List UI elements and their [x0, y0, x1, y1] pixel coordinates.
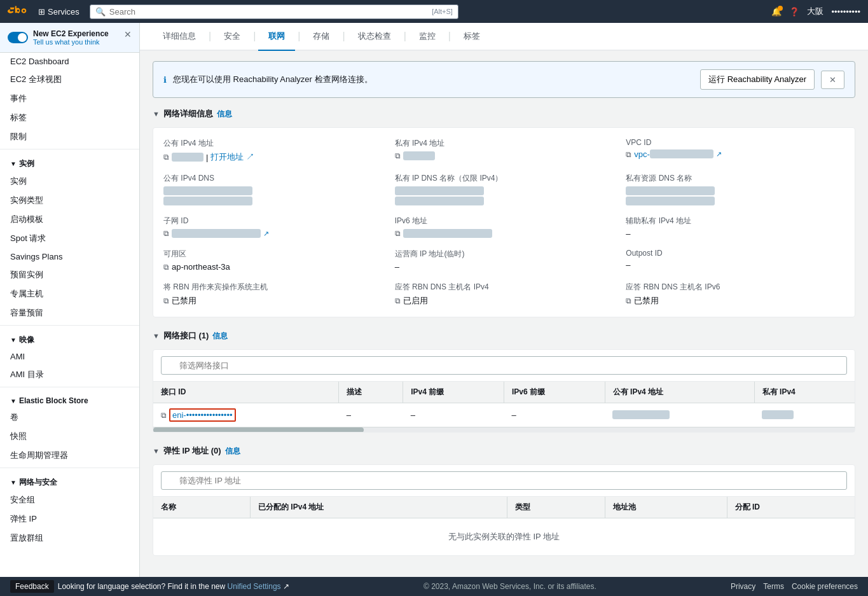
elastic-ip-info-link[interactable]: 信息	[225, 446, 240, 457]
sidebar-item-spot[interactable]: Spot 请求	[0, 229, 139, 248]
horizontal-scrollbar[interactable]	[153, 427, 855, 432]
sidebar-item-capacity[interactable]: 容量预留	[0, 303, 139, 322]
top-navigation: ⊞ Services 🔍 [Alt+S] 🔔 ❓ 大阪 ••••••••••	[0, 0, 868, 23]
private-ipv4-cell: 私有 IPv4 地址 ⧉	[395, 138, 614, 163]
vpc-external-icon[interactable]: ↗	[716, 150, 722, 158]
sidebar-item-ec2-global[interactable]: EC2 全球视图	[0, 70, 139, 89]
nic-info-link[interactable]: 信息	[212, 331, 228, 342]
close-banner-button[interactable]: ✕	[124, 29, 132, 39]
elastic-ip-table-container: 🔍 名称 已分配的 IPv4 地址	[153, 464, 855, 556]
vpc-id-cell: VPC ID ⧉ vpc- ↗	[626, 138, 844, 163]
run-reachability-button[interactable]: 运行 Reachability Analyzer	[700, 69, 815, 90]
network-interface-section: ▼ 网络接口 (1) 信息 🔍	[153, 330, 855, 433]
col-public-ipv4: 公有 IPv4 地址	[605, 382, 754, 403]
sidebar-section-ebs[interactable]: ▼ Elastic Block Store	[0, 390, 139, 408]
elastic-ip-search-input[interactable]	[161, 471, 847, 490]
copy-rbn-dns-ipv4[interactable]: ⧉	[395, 296, 401, 305]
tab-network[interactable]: 联网	[258, 23, 295, 51]
new-ec2-sub-link[interactable]: Tell us what you think	[33, 38, 109, 46]
open-address-link[interactable]: 打开地址 ↗	[210, 151, 254, 163]
subnet-id-cell: 子网 ID ⧉ ↗	[163, 216, 382, 239]
eni-description-cell: –	[339, 403, 403, 427]
sidebar-item-ami-catalog[interactable]: AMI 目录	[0, 365, 139, 384]
copy-az[interactable]: ⧉	[163, 263, 169, 272]
copy-private-ipv4[interactable]: ⧉	[395, 151, 401, 160]
network-interface-table-container: 🔍 接口 ID	[153, 349, 855, 433]
copy-ipv6[interactable]: ⧉	[395, 229, 401, 238]
rbn-dns-ipv4-cell: 应答 RBN DNS 主机名 IPv4 ⧉ 已启用	[395, 282, 614, 307]
eni-id-cell: ⧉ eni-••••••••••••••••	[153, 403, 339, 427]
col-ipv4-prefix: IPv4 前缀	[403, 382, 504, 403]
eni-ipv4-prefix-cell: –	[403, 403, 504, 427]
private-dns-cell: 私有 IP DNS 名称（仅限 IPv4）	[395, 173, 614, 205]
network-details-grid: 公有 IPv4 地址 ⧉ | 打开地址 ↗ 私有 IPv4 地址 ⧉	[153, 127, 855, 317]
sidebar-section-network[interactable]: ▼ 网络与安全	[0, 471, 139, 490]
new-ec2-toggle[interactable]	[8, 32, 28, 43]
sidebar-item-ami[interactable]: AMI	[0, 348, 139, 365]
sidebar-item-lifecycle[interactable]: 生命周期管理器	[0, 446, 139, 465]
sidebar-item-launch-templates[interactable]: 启动模板	[0, 210, 139, 229]
tab-status-check[interactable]: 状态检查	[348, 23, 401, 51]
services-button[interactable]: ⊞ Services	[33, 4, 85, 19]
nic-search-input[interactable]	[161, 356, 847, 375]
public-dns-cell: 公有 IPv4 DNS	[163, 173, 382, 205]
aws-logo[interactable]	[8, 4, 28, 19]
help-icon[interactable]: ❓	[789, 7, 799, 17]
sidebar-item-placement-groups[interactable]: 置放群组	[0, 529, 139, 548]
banner-text: 您现在可以使用 Reachability Analyzer 检查网络连接。	[173, 74, 694, 85]
private-resource-dns-cell: 私有资源 DNS 名称	[626, 173, 844, 205]
network-interface-title: ▼ 网络接口 (1) 信息	[153, 330, 855, 342]
sidebar-item-instance-types[interactable]: 实例类型	[0, 191, 139, 210]
no-data-row: 无与此实例关联的弹性 IP 地址	[153, 518, 855, 556]
tab-security[interactable]: 安全	[214, 23, 251, 51]
sidebar-section-instances[interactable]: ▼ 实例	[0, 152, 139, 172]
eni-ipv6-prefix-cell: –	[504, 403, 605, 427]
copy-eni-id[interactable]: ⧉	[161, 411, 167, 420]
user-menu[interactable]: ••••••••••	[831, 7, 860, 17]
tabs-bar: 详细信息 | 安全 | 联网 | 存储 | 状态检查 | 监控 | 标签	[140, 23, 868, 51]
tab-storage[interactable]: 存储	[303, 23, 340, 51]
az-cell: 可用区 ⧉ ap-northeast-3a	[163, 249, 382, 272]
sidebar-item-limits[interactable]: 限制	[0, 127, 139, 146]
content-area: ℹ 您现在可以使用 Reachability Analyzer 检查网络连接。 …	[140, 51, 868, 577]
reachability-banner: ℹ 您现在可以使用 Reachability Analyzer 检查网络连接。 …	[153, 61, 855, 98]
col-description: 描述	[339, 382, 403, 403]
sidebar-item-dedicated-hosts[interactable]: 专属主机	[0, 284, 139, 303]
sidebar-item-tags[interactable]: 标签	[0, 108, 139, 127]
sidebar: New EC2 Experience Tell us what you thin…	[0, 23, 140, 577]
col-ipv6-prefix: IPv6 前缀	[504, 382, 605, 403]
ipv6-cell: IPv6 地址 ⧉	[395, 216, 614, 239]
search-input[interactable]	[109, 7, 428, 17]
sidebar-item-ec2-dashboard[interactable]: EC2 Dashboard	[0, 53, 139, 70]
sidebar-item-reserved[interactable]: 预留实例	[0, 265, 139, 284]
eni-link[interactable]: eni-••••••••••••••••	[169, 408, 236, 422]
sidebar-item-events[interactable]: 事件	[0, 89, 139, 108]
sidebar-item-security-groups[interactable]: 安全组	[0, 490, 139, 509]
tab-monitor[interactable]: 监控	[409, 23, 446, 51]
tab-details[interactable]: 详细信息	[153, 23, 206, 51]
copy-subnet-id[interactable]: ⧉	[163, 229, 169, 238]
copy-rbn-dns-ipv6[interactable]: ⧉	[626, 296, 631, 305]
notifications-icon[interactable]: 🔔	[771, 7, 782, 17]
region-selector[interactable]: 大阪	[807, 6, 823, 17]
eni-public-ipv4-cell	[605, 403, 754, 427]
nic-table-scroll[interactable]: 接口 ID 描述 IPv4 前缀 IPv6 前缀	[153, 382, 855, 427]
sidebar-item-savings-plans[interactable]: Savings Plans	[0, 248, 139, 265]
sidebar-item-volumes[interactable]: 卷	[0, 408, 139, 427]
copy-public-ipv4[interactable]: ⧉	[163, 153, 169, 162]
col-private-ipv4: 私有 IPv4	[754, 382, 855, 403]
search-icon: 🔍	[95, 7, 106, 17]
sidebar-section-images[interactable]: ▼ 映像	[0, 328, 139, 348]
copy-vpc-id[interactable]: ⧉	[626, 150, 631, 159]
tab-tags[interactable]: 标签	[453, 23, 490, 51]
sidebar-item-snapshots[interactable]: 快照	[0, 427, 139, 446]
subnet-external-icon[interactable]: ↗	[263, 230, 269, 238]
copy-rbn-host[interactable]: ⧉	[163, 296, 169, 305]
sidebar-item-instances[interactable]: 实例	[0, 172, 139, 191]
sidebar-item-elastic-ip[interactable]: 弹性 IP	[0, 509, 139, 529]
close-banner-button[interactable]: ✕	[821, 71, 844, 89]
vpc-id-link[interactable]: vpc-	[634, 149, 713, 159]
network-info-link[interactable]: 信息	[217, 109, 232, 120]
rbn-dns-ipv6-cell: 应答 RBN DNS 主机名 IPv6 ⧉ 已禁用	[626, 282, 844, 307]
network-details-title: ▼ 网络详细信息 信息	[153, 108, 855, 120]
